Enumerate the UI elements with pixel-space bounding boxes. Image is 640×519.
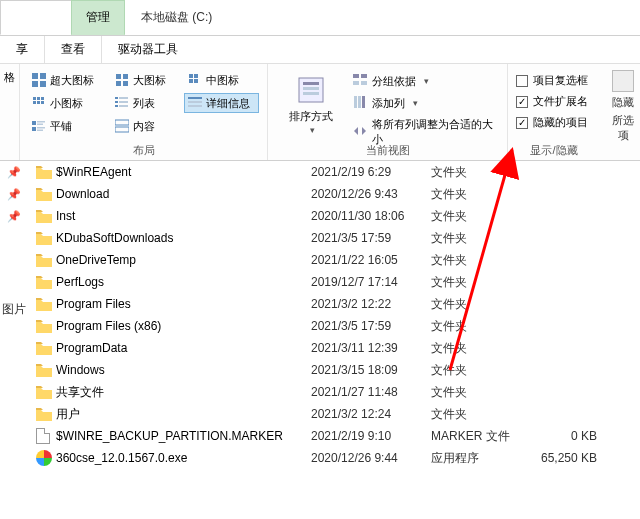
layout-tiles[interactable]: 平铺	[28, 116, 103, 136]
fit-icon	[353, 124, 367, 140]
table-row[interactable]: 用户2021/3/2 12:24文件夹	[36, 403, 640, 425]
file-type: 文件夹	[431, 230, 527, 247]
layout-list[interactable]: 列表	[111, 93, 175, 113]
svg-rect-30	[32, 127, 36, 131]
svg-rect-10	[189, 79, 193, 83]
hide-selected-button[interactable]: 隐藏 所选项	[608, 70, 638, 143]
hide-label-1: 隐藏	[612, 95, 634, 110]
svg-rect-41	[353, 81, 359, 85]
file-name: KDubaSoftDownloads	[56, 231, 311, 245]
svg-rect-23	[119, 105, 128, 107]
svg-rect-22	[115, 105, 118, 107]
svg-rect-44	[358, 96, 361, 108]
hidden-items-label: 隐藏的项目	[533, 115, 588, 130]
svg-rect-12	[33, 97, 36, 100]
table-row[interactable]: Program Files2021/3/2 12:22文件夹	[36, 293, 640, 315]
hide-icon	[612, 70, 634, 92]
file-date: 2021/3/5 17:59	[311, 319, 431, 333]
file-name: Download	[56, 187, 311, 201]
file-type: 文件夹	[431, 274, 527, 291]
folder-icon	[36, 188, 52, 201]
svg-rect-26	[188, 105, 202, 107]
file-size: 0 KB	[527, 429, 597, 443]
svg-rect-40	[361, 74, 367, 78]
table-row[interactable]: $WINRE_BACKUP_PARTITION.MARKER2021/2/19 …	[36, 425, 640, 447]
svg-rect-29	[37, 124, 43, 126]
show-hide-group-label: 显示/隐藏	[508, 143, 600, 158]
file-date: 2020/12/26 9:44	[311, 451, 431, 465]
file-type: 文件夹	[431, 406, 527, 423]
layout-small-icons[interactable]: 小图标	[28, 93, 103, 113]
svg-rect-11	[194, 79, 198, 83]
manage-tab[interactable]: 管理	[71, 0, 125, 35]
checkbox-icon	[516, 75, 528, 87]
layout-content[interactable]: 内容	[111, 116, 175, 136]
svg-rect-18	[115, 97, 118, 99]
hide-label-2: 所选项	[608, 113, 638, 143]
layout-group-label: 布局	[20, 143, 267, 158]
location-title: 本地磁盘 (C:)	[125, 0, 228, 35]
svg-rect-20	[115, 101, 118, 103]
content-icon	[115, 119, 129, 133]
svg-rect-19	[119, 97, 128, 99]
table-row[interactable]: PerfLogs2019/12/7 17:14文件夹	[36, 271, 640, 293]
table-row[interactable]: $WinREAgent2021/2/19 6:29文件夹	[36, 161, 640, 183]
current-view-group-label: 当前视图	[268, 143, 507, 158]
columns-icon	[353, 95, 367, 111]
svg-rect-38	[303, 92, 319, 95]
file-date: 2021/3/15 18:09	[311, 363, 431, 377]
file-date: 2021/2/19 9:10	[311, 429, 431, 443]
table-row[interactable]: KDubaSoftDownloads2021/3/5 17:59文件夹	[36, 227, 640, 249]
table-row[interactable]: Inst2020/11/30 18:06文件夹	[36, 205, 640, 227]
layout-large-icons[interactable]: 大图标	[111, 70, 175, 90]
table-row[interactable]: 360cse_12.0.1567.0.exe2020/12/26 9:44应用程…	[36, 447, 640, 469]
layout-details[interactable]: 详细信息	[184, 93, 259, 113]
share-tab[interactable]: 享	[0, 36, 45, 63]
file-date: 2021/2/19 6:29	[311, 165, 431, 179]
table-row[interactable]: Program Files (x86)2021/3/5 17:59文件夹	[36, 315, 640, 337]
file-extensions-toggle[interactable]: 文件扩展名	[514, 93, 592, 110]
sort-by-button[interactable]: 排序方式	[276, 70, 345, 140]
grid-icon	[188, 73, 202, 87]
tiles-icon	[32, 119, 46, 133]
table-row[interactable]: Download2020/12/26 9:43文件夹	[36, 183, 640, 205]
svg-rect-7	[123, 81, 128, 86]
table-row[interactable]: ProgramData2021/3/11 12:39文件夹	[36, 337, 640, 359]
file-name: ProgramData	[56, 341, 311, 355]
layout-extra-large-icons[interactable]: 超大图标	[28, 70, 103, 90]
layout-medium-icons[interactable]: 中图标	[184, 70, 259, 90]
file-date: 2019/12/7 17:14	[311, 275, 431, 289]
table-row[interactable]: 共享文件2021/1/27 11:48文件夹	[36, 381, 640, 403]
group-by-button[interactable]: 分组依据	[351, 72, 499, 90]
add-columns-button[interactable]: 添加列	[351, 94, 499, 112]
file-type: 应用程序	[431, 450, 527, 467]
file-name: 共享文件	[56, 384, 311, 401]
svg-rect-8	[189, 74, 193, 78]
hidden-items-toggle[interactable]: 隐藏的项目	[514, 114, 592, 131]
layout-list-label: 列表	[133, 96, 155, 111]
svg-rect-2	[32, 81, 38, 87]
show-hide-group: 项目复选框 文件扩展名 隐藏的项目 显示/隐藏	[508, 64, 600, 160]
layout-xl-label: 超大图标	[50, 73, 94, 88]
pin-icon: 📌	[0, 183, 28, 205]
view-tab[interactable]: 查看	[45, 36, 102, 63]
svg-rect-13	[37, 97, 40, 100]
table-row[interactable]: OneDriveTemp2021/1/22 16:05文件夹	[36, 249, 640, 271]
file-type: 文件夹	[431, 208, 527, 225]
svg-rect-34	[115, 127, 129, 132]
file-type: 文件夹	[431, 164, 527, 181]
nav-pictures[interactable]: 图片	[2, 301, 26, 318]
file-type: MARKER 文件	[431, 428, 527, 445]
file-type: 文件夹	[431, 252, 527, 269]
blank-tab[interactable]	[0, 0, 72, 35]
sort-by-label: 排序方式	[286, 110, 335, 137]
folder-icon	[36, 320, 52, 333]
details-icon	[188, 96, 202, 110]
item-checkboxes-toggle[interactable]: 项目复选框	[514, 72, 592, 89]
table-row[interactable]: Windows2021/3/15 18:09文件夹	[36, 359, 640, 381]
drive-tools-tab[interactable]: 驱动器工具	[102, 36, 194, 63]
folder-icon	[36, 232, 52, 245]
svg-rect-42	[361, 81, 367, 85]
svg-rect-3	[40, 81, 46, 87]
layout-group: 超大图标 大图标 中图标 小图标 列表 详细信息 平铺 内容 布局	[20, 64, 268, 160]
